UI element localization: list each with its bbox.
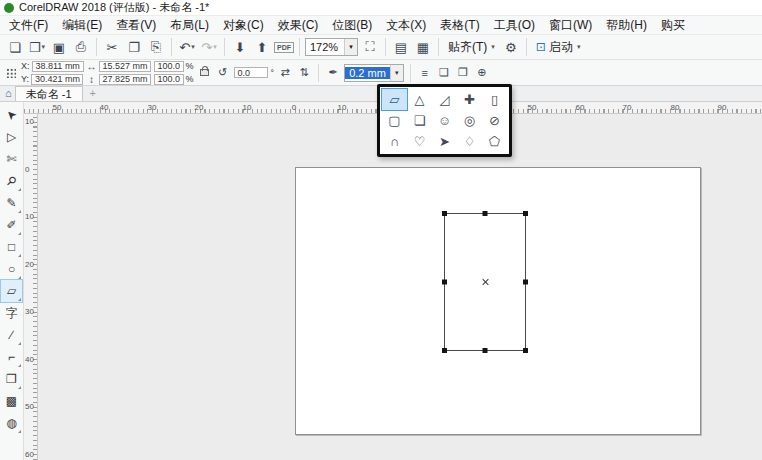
selection-handle[interactable]	[523, 348, 528, 353]
selection-handle[interactable]	[442, 211, 447, 216]
selection-handle[interactable]	[523, 280, 528, 285]
convert-to-curves-button[interactable]: ⊕	[474, 64, 490, 82]
chevron-down-icon: ▾	[191, 43, 195, 51]
ellipse-tool[interactable]: ○	[1, 258, 22, 280]
redo-button[interactable]: ↷▾	[199, 37, 219, 57]
menu-effects[interactable]: 效果(C)	[271, 17, 326, 34]
page[interactable]	[295, 167, 701, 435]
menu-window[interactable]: 窗口(W)	[542, 17, 599, 34]
outline-width-combo[interactable]: 0.2 mm ▾	[344, 64, 404, 82]
paste-button[interactable]: ⎘	[146, 37, 166, 57]
app-launcher-button[interactable]: ⊡ 启动 ▾	[532, 37, 585, 57]
object-width-field[interactable]: 15.527 mm	[99, 61, 151, 72]
open-button[interactable]: ❒▾	[27, 37, 47, 57]
connector-tool[interactable]: ⌐	[1, 346, 22, 368]
menu-file[interactable]: 文件(F)	[2, 17, 55, 34]
lock-ratio-button[interactable]	[200, 69, 209, 76]
new-document-button[interactable]: ❏	[5, 37, 25, 57]
undo-button[interactable]: ↶▾	[177, 37, 197, 57]
outline-pen-icon: ✒	[325, 64, 341, 82]
freehand-tool[interactable]: ✎	[1, 192, 22, 214]
shape-arrow-icon[interactable]: ➤	[432, 131, 457, 152]
home-icon[interactable]: ⌂	[4, 86, 15, 101]
rectangle-tool[interactable]: □	[1, 236, 22, 258]
selection-handle[interactable]	[483, 211, 488, 216]
menu-layout[interactable]: 布局(L)	[163, 17, 216, 34]
pdf-icon: PDF	[274, 42, 294, 53]
shape-heart-icon[interactable]: ♡	[407, 131, 432, 152]
chevron-down-icon[interactable]: ▾	[344, 39, 357, 55]
menu-edit[interactable]: 编辑(E)	[55, 17, 109, 34]
publish-pdf-button[interactable]: PDF	[274, 37, 294, 57]
scale-y-field[interactable]: 100.0	[154, 74, 184, 85]
vertical-ruler[interactable]: 10 0 10 20 30 40 50 60	[24, 114, 38, 460]
to-back-button[interactable]: ❐	[455, 64, 471, 82]
show-grid-button[interactable]: ▦	[413, 37, 433, 57]
selection-handle[interactable]	[442, 348, 447, 353]
zoom-level-combo[interactable]: 172% ▾	[305, 38, 358, 56]
shape-cylinder-icon[interactable]: ▯	[482, 89, 507, 110]
shape-arch-icon[interactable]: ∩	[382, 131, 407, 152]
menu-view[interactable]: 查看(V)	[109, 17, 163, 34]
selected-rectangle[interactable]	[444, 213, 526, 351]
object-center-mark[interactable]	[481, 278, 489, 286]
export-button[interactable]: ⬆	[252, 37, 272, 57]
artistic-media-tool[interactable]: ✐	[1, 214, 22, 236]
show-rulers-button[interactable]: ▤	[391, 37, 411, 57]
options-button[interactable]: ⚙	[501, 37, 521, 57]
shape-parallelogram-icon[interactable]: ▱	[382, 89, 407, 110]
rotation-angle-field[interactable]: 0.0	[234, 67, 268, 78]
shape-cross-icon[interactable]: ✚	[457, 89, 482, 110]
shape-drop-icon[interactable]: ♢	[457, 131, 482, 152]
cut-button[interactable]: ✂	[102, 37, 122, 57]
menu-text[interactable]: 文本(X)	[379, 17, 433, 34]
to-front-button[interactable]: ❏	[436, 64, 452, 82]
transparency-tool[interactable]: ▩	[1, 390, 22, 412]
shape-rounded-square-icon[interactable]: ▢	[382, 110, 407, 131]
shape-frame-icon[interactable]: ❏	[407, 110, 432, 131]
crop-tool[interactable]: ✄	[1, 148, 22, 170]
fill-tool[interactable]: ◍	[1, 412, 22, 434]
shape-triangle-icon[interactable]: △	[407, 89, 432, 110]
print-button[interactable]: ⎙	[71, 37, 91, 57]
import-button[interactable]: ⬇	[230, 37, 250, 57]
fullscreen-preview-button[interactable]: ⛶	[360, 37, 380, 57]
export-icon: ⬆	[257, 40, 268, 55]
shape-prohibition-icon[interactable]: ⊘	[482, 110, 507, 131]
zoom-tool[interactable]: ⚲	[1, 170, 22, 192]
menu-table[interactable]: 表格(T)	[433, 17, 486, 34]
menu-help[interactable]: 帮助(H)	[599, 17, 654, 34]
shape-tool[interactable]: ▷	[1, 126, 22, 148]
drawing-canvas[interactable]	[38, 114, 762, 460]
shape-pentagon-icon[interactable]: ⬠	[482, 131, 507, 152]
wrap-text-button[interactable]: ≡	[417, 64, 433, 82]
new-tab-button[interactable]: +	[83, 86, 103, 101]
snap-to-button[interactable]: 贴齐(T) ▾	[444, 37, 499, 57]
menu-bitmaps[interactable]: 位图(B)	[325, 17, 379, 34]
selection-handle[interactable]	[483, 348, 488, 353]
document-tab-active[interactable]: 未命名 -1	[15, 86, 83, 101]
text-tool[interactable]: 字	[1, 302, 22, 324]
common-shapes-tool[interactable]: ▱	[1, 280, 22, 302]
shape-ring-icon[interactable]: ◎	[457, 110, 482, 131]
dimension-tool[interactable]: ∕	[1, 324, 22, 346]
x-position-field[interactable]: 38.811 mm	[32, 61, 84, 72]
menu-object[interactable]: 对象(C)	[216, 17, 271, 34]
drop-shadow-tool[interactable]: ❐	[1, 368, 22, 390]
menu-buy[interactable]: 购买	[654, 17, 692, 34]
shape-right-triangle-icon[interactable]: ◿	[432, 89, 457, 110]
selection-handle[interactable]	[523, 211, 528, 216]
chevron-down-icon[interactable]: ▾	[390, 65, 403, 81]
menu-tools[interactable]: 工具(O)	[487, 17, 542, 34]
object-height-field[interactable]: 27.825 mm	[99, 74, 151, 85]
menu-bar: 文件(F) 编辑(E) 查看(V) 布局(L) 对象(C) 效果(C) 位图(B…	[0, 16, 762, 34]
copy-button[interactable]: ❐	[124, 37, 144, 57]
shape-smiley-icon[interactable]: ☺	[432, 110, 457, 131]
pick-tool[interactable]: ➤	[1, 104, 22, 126]
y-position-field[interactable]: 30.421 mm	[31, 74, 83, 85]
scale-x-field[interactable]: 100.0	[154, 61, 184, 72]
selection-handle[interactable]	[442, 280, 447, 285]
mirror-vertical-button[interactable]: ⇅	[296, 64, 312, 82]
save-button[interactable]: ▣	[49, 37, 69, 57]
mirror-horizontal-button[interactable]: ⇄	[277, 64, 293, 82]
